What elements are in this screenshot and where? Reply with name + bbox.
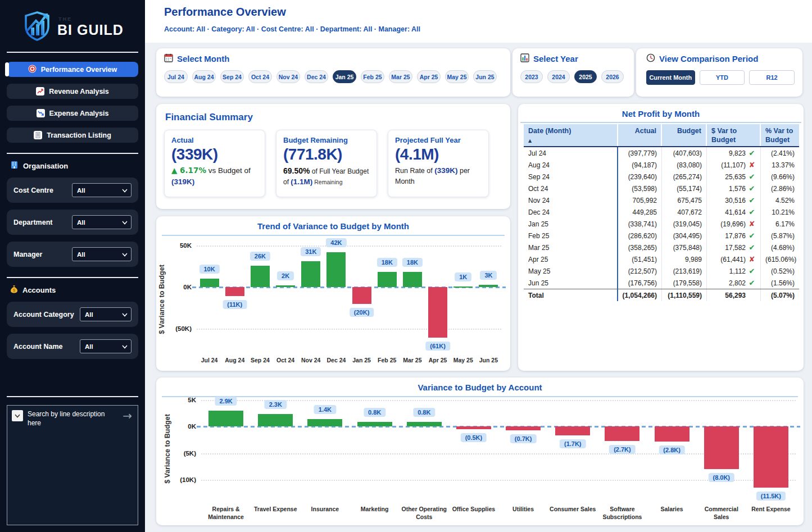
cell-month: May 25: [524, 265, 618, 277]
line-description-search-panel[interactable]: Search by line description here →: [7, 405, 138, 525]
cell-actual: (338,741): [618, 218, 662, 230]
pill-may-25[interactable]: May 25: [445, 70, 469, 83]
bar-nov-24[interactable]: [301, 261, 320, 287]
col-header-date[interactable]: Date (Month)▲: [524, 124, 618, 146]
account-category-select[interactable]: All: [80, 307, 131, 321]
divider: [7, 396, 138, 397]
bar-value-label: (11K): [223, 300, 247, 309]
bar-jun-25[interactable]: [479, 285, 498, 287]
pill-2023[interactable]: 2023: [520, 70, 543, 83]
bar-other-operating-costs[interactable]: [407, 422, 442, 426]
manager-label: Manager: [13, 251, 42, 258]
pill-nov-24[interactable]: Nov 24: [276, 70, 300, 83]
table-row-aug-24[interactable]: Aug 24(94,187)(83,080)(11,107)✘13.37%: [524, 159, 799, 171]
pill-dec-24[interactable]: Dec 24: [305, 70, 328, 83]
table-row-mar-25[interactable]: Mar 25(358,265)(375,848)17,582✔(4.68%): [524, 242, 799, 253]
bar-marketing[interactable]: [357, 422, 392, 426]
kpi-value: (4.1M): [395, 145, 482, 163]
cmp-btn-current-month[interactable]: Current Month: [646, 70, 695, 85]
table-row-may-25[interactable]: May 25(212,507)(213,619)1,112✔(0.52%): [524, 265, 799, 277]
cost-centre-select[interactable]: All: [72, 183, 131, 197]
bar-repairs-maintenance[interactable]: [208, 411, 243, 426]
pill-2025[interactable]: 2025: [574, 70, 597, 83]
cmp-btn-ytd[interactable]: YTD: [700, 70, 745, 85]
bar-value-label: 31K: [301, 247, 321, 256]
pill-mar-25[interactable]: Mar 25: [389, 70, 412, 83]
kpi-subtext: 69.50% of Full Year Budget of (1.1M) Rem…: [283, 165, 370, 188]
pill-apr-25[interactable]: Apr 25: [417, 70, 441, 83]
search-submit-arrow-icon[interactable]: →: [123, 409, 132, 422]
bar-consumer-sales[interactable]: [555, 426, 590, 435]
bar-utilities[interactable]: [506, 426, 541, 430]
pill-jun-25[interactable]: Jun 25: [473, 70, 497, 83]
active-filters-line: Account: All · Category: All · Cost Cent…: [164, 25, 812, 33]
bar-insurance[interactable]: [307, 419, 342, 426]
nav-item-transaction-listing[interactable]: Transaction Listing: [7, 128, 138, 143]
bar-aug-24[interactable]: [225, 287, 244, 296]
table-row-jan-25[interactable]: Jan 25(338,741)(319,045)(19,696)✘6.17%: [524, 218, 799, 230]
table-row-sep-24[interactable]: Sep 24(239,640)(265,274)25,635✔(9.66%): [524, 171, 799, 183]
nav-item-revenue-analysis[interactable]: Revenue Analysis: [7, 84, 138, 99]
organisation-section-label: Organisation: [0, 154, 145, 175]
account-name-select[interactable]: All: [80, 339, 131, 353]
pill-2024[interactable]: 2024: [547, 70, 570, 83]
search-input[interactable]: Search by line description here: [28, 410, 112, 428]
pill-jul-24[interactable]: Jul 24: [164, 70, 188, 83]
check-icon: ✔: [748, 196, 756, 204]
pill-jan-25[interactable]: Jan 25: [333, 70, 356, 83]
table-row-total[interactable]: Total(1,054,266)(1,110,559)56,293(5.07%): [524, 289, 799, 301]
table-row-feb-25[interactable]: Feb 25(286,620)(304,495)17,876✔(5.87%): [524, 230, 799, 242]
manager-select[interactable]: All: [72, 247, 131, 261]
pill-feb-25[interactable]: Feb 25: [361, 70, 384, 83]
cell-var: (61,441)✘: [707, 253, 761, 265]
col-header-pct[interactable]: % Var to Budget: [761, 124, 799, 146]
bar-software-subscriptions[interactable]: [605, 426, 639, 441]
pill-oct-24[interactable]: Oct 24: [248, 70, 272, 83]
table-row-jul-24[interactable]: Jul 24(397,779)(407,603)9,823✔(2.41%): [524, 147, 799, 159]
pill-sep-24[interactable]: Sep 24: [220, 70, 244, 83]
col-header-var[interactable]: $ Var to Budget: [707, 124, 761, 146]
bar-commercial-sales[interactable]: [704, 426, 739, 469]
bar-dec-24[interactable]: [326, 252, 346, 287]
y-axis-title: $ Variance to Budget: [158, 265, 166, 334]
table-row-jun-25[interactable]: Jun 25(176,756)(179,558)2,802✔(1.56%): [524, 277, 799, 289]
bar-travel-expense[interactable]: [258, 414, 293, 426]
calendar-icon: [164, 53, 173, 64]
search-dropdown-toggle[interactable]: [12, 410, 23, 421]
bar-sep-24[interactable]: [251, 266, 270, 287]
pill-2026[interactable]: 2026: [601, 70, 624, 83]
bar-apr-25[interactable]: [428, 287, 447, 338]
bar-mar-25[interactable]: [403, 272, 422, 287]
accounts-section-label: $ Accounts: [0, 278, 145, 299]
bar-oct-24[interactable]: [276, 285, 295, 287]
x-axis-label: Utilities: [500, 506, 547, 513]
table-row-oct-24[interactable]: Oct 24(53,598)(55,174)1,576✔(2.86%): [524, 183, 799, 194]
bar-may-25[interactable]: [453, 287, 473, 288]
cross-icon: ✘: [748, 255, 756, 263]
select-month-title: Select Month: [177, 54, 229, 63]
bar-office-supplies[interactable]: [456, 426, 491, 429]
bar-feb-25[interactable]: [378, 272, 397, 287]
bar-rent-expense[interactable]: [754, 426, 788, 488]
bar-jul-24[interactable]: [200, 279, 219, 287]
bar-jan-25[interactable]: [352, 287, 371, 304]
cmp-btn-r12[interactable]: R12: [749, 70, 795, 85]
net-profit-table-card: Net Profit by Month Date (Month)▲ Actual…: [518, 104, 804, 371]
table-row-dec-24[interactable]: Dec 24449,285407,67241,614✔10.21%: [524, 206, 799, 218]
col-header-actual[interactable]: Actual: [618, 124, 662, 146]
cell-month: Jan 25: [524, 218, 618, 230]
table-row-apr-25[interactable]: Apr 25(51,451)9,989(61,441)✘(615.06%): [524, 253, 799, 265]
x-axis-label: Aug 24: [223, 357, 247, 365]
table-header-row: Date (Month)▲ Actual Budget $ Var to Bud…: [524, 124, 799, 147]
bar-salaries[interactable]: [655, 426, 689, 442]
pill-aug-24[interactable]: Aug 24: [192, 70, 216, 83]
table-row-nov-24[interactable]: Nov 24705,992675,47530,516✔4.52%: [524, 194, 799, 206]
department-select[interactable]: All: [72, 215, 131, 229]
manager-filter: Manager All: [7, 242, 138, 267]
col-header-budget[interactable]: Budget: [662, 124, 707, 146]
nav-item-performance-overview[interactable]: Performance Overview: [7, 62, 138, 77]
financial-summary-title: Financial Summary: [156, 104, 510, 123]
nav-item-label: Expense Analysis: [49, 110, 109, 117]
nav-item-expense-analysis[interactable]: Expense Analysis: [7, 106, 138, 121]
y-tick: (5K): [184, 450, 201, 457]
